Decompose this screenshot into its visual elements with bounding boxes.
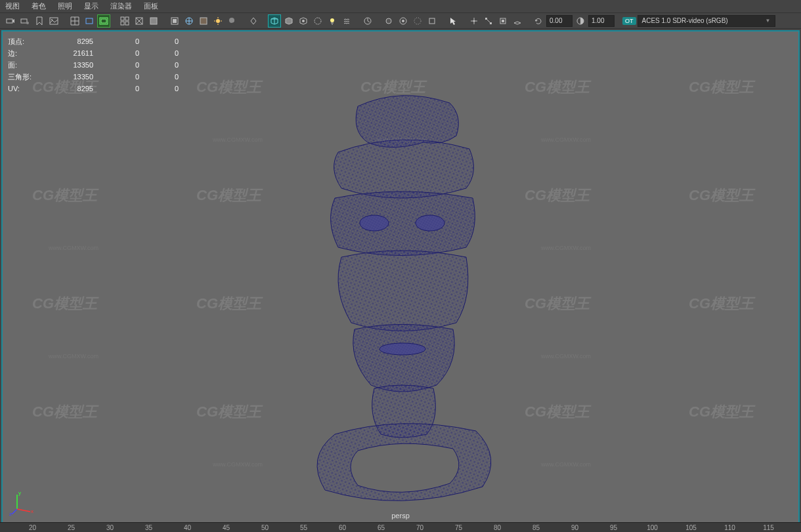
watermark-url: www.CGMXW.com (49, 245, 98, 251)
ssao-icon[interactable] (382, 14, 395, 28)
ruler-tick: 85 (517, 524, 555, 531)
smooth-shade-icon[interactable] (168, 14, 181, 28)
image-plane-icon[interactable] (47, 14, 60, 28)
svg-rect-8 (121, 17, 124, 20)
camera-lock-icon[interactable] (18, 14, 32, 28)
menu-panel[interactable]: 面板 (144, 1, 158, 11)
time-slider-ruler[interactable]: 20 25 30 35 40 45 50 55 60 65 70 75 80 8… (0, 522, 801, 532)
wireframe-on-shaded-icon[interactable] (183, 14, 196, 28)
view-axis-gizmo[interactable]: y x z (9, 489, 35, 516)
menu-display[interactable]: 显示 (84, 1, 98, 11)
refresh-icon[interactable] (532, 14, 545, 28)
watermark-url: www.CGMXW.com (49, 353, 98, 359)
xray-active-icon[interactable] (297, 14, 310, 28)
shaded-icon[interactable] (147, 14, 160, 28)
hud-poly-stats: 顶点: 8295 0 0 边: 21611 0 0 面: 13350 0 0 三… (8, 35, 179, 94)
textured-icon[interactable] (197, 14, 210, 28)
watermark-url: www.CGMXW.com (213, 136, 263, 143)
shadows-icon[interactable] (226, 14, 239, 28)
exposure-icon[interactable] (311, 14, 324, 28)
svg-rect-11 (125, 22, 129, 25)
ruler-tick: 30 (91, 524, 129, 531)
svg-point-25 (386, 18, 391, 24)
aa-icon[interactable] (425, 14, 439, 28)
ruler-tick: 50 (246, 524, 284, 531)
xray-joints-icon[interactable] (282, 14, 295, 28)
menu-shading[interactable]: 着色 (32, 1, 46, 11)
svg-point-21 (302, 20, 305, 22)
exposure-field[interactable]: 0.00 (546, 15, 573, 27)
motion-blur-icon[interactable] (361, 14, 374, 28)
watermark: CG模型王 (32, 402, 97, 422)
colorspace-dropdown[interactable]: ACES 1.0 SDR-video (sRGB) ▼ (638, 15, 775, 27)
cursor-arrow-icon[interactable] (446, 14, 460, 28)
camera-name-label: persp (391, 512, 410, 520)
svg-rect-5 (86, 18, 93, 24)
snap-plane-icon[interactable] (511, 14, 524, 28)
ruler-tick: 75 (439, 524, 478, 531)
watermark-url: www.CGMXW.com (213, 461, 263, 468)
watermark: CG模型王 (196, 186, 261, 205)
colorspace-label: ACES 1.0 SDR-video (sRGB) (642, 17, 728, 24)
svg-rect-34 (502, 20, 504, 22)
ruler-tick: 80 (478, 524, 517, 531)
wireframe-icon[interactable] (133, 14, 146, 28)
ruler-tick: 115 (749, 524, 788, 531)
snap-point-icon[interactable] (496, 14, 509, 28)
viewport-3d[interactable]: 顶点: 8295 0 0 边: 21611 0 0 面: 13350 0 0 三… (3, 31, 798, 522)
svg-point-18 (216, 19, 220, 23)
watermark: CG模型王 (196, 402, 261, 422)
light-icon[interactable] (326, 14, 339, 28)
gamma-icon[interactable] (574, 14, 587, 28)
snap-curve-icon[interactable] (482, 14, 495, 28)
watermark: CG模型王 (32, 294, 97, 314)
svg-rect-10 (121, 22, 124, 25)
hud-row-edges: 边: 21611 0 0 (8, 47, 179, 59)
watermark-url: www.CGMXW.com (541, 353, 591, 359)
ot-badge[interactable]: OT (622, 17, 636, 25)
svg-point-28 (414, 18, 421, 24)
ruler-tick: 60 (323, 524, 362, 531)
film-gate-icon[interactable] (83, 14, 96, 28)
menu-lighting[interactable]: 照明 (58, 1, 72, 11)
svg-text:x: x (31, 508, 33, 514)
ruler-tick: 55 (284, 524, 323, 531)
grid-toggle-icon[interactable] (68, 14, 81, 28)
menu-renderer[interactable]: 渲染器 (110, 1, 132, 11)
ruler-tick: 90 (555, 524, 594, 531)
svg-point-27 (402, 20, 404, 22)
svg-text:y: y (18, 490, 21, 496)
hud-row-uvs: UV: 8295 0 0 (8, 83, 179, 94)
watermark-url: www.CGMXW.com (541, 461, 591, 468)
ruler-tick: 20 (13, 524, 52, 531)
svg-rect-9 (125, 17, 129, 20)
select-mode-icon[interactable] (118, 14, 131, 28)
ruler-tick: 35 (129, 524, 168, 531)
fog-icon[interactable] (340, 14, 353, 28)
svg-rect-0 (7, 19, 12, 23)
watermark: CG模型王 (196, 294, 261, 314)
dof-icon[interactable] (411, 14, 424, 28)
gamma-field[interactable]: 1.00 (588, 15, 615, 27)
wireframe-model (259, 80, 542, 513)
svg-point-19 (229, 18, 234, 23)
ruler-tick: 70 (401, 524, 439, 531)
watermark: CG模型王 (689, 77, 754, 97)
svg-rect-15 (173, 19, 177, 23)
svg-line-40 (17, 509, 30, 512)
use-all-lights-icon[interactable] (211, 14, 225, 28)
ruler-tick: 95 (594, 524, 633, 531)
snap-grid-icon[interactable] (467, 14, 481, 28)
isolate-select-icon[interactable] (247, 14, 260, 28)
xray-icon[interactable] (268, 14, 281, 28)
viewport-panel: 顶点: 8295 0 0 边: 21611 0 0 面: 13350 0 0 三… (1, 30, 800, 523)
watermark: CG模型王 (196, 77, 261, 97)
bookmark-icon[interactable] (33, 14, 46, 28)
ruler-tick: 100 (633, 524, 672, 531)
resolution-gate-icon[interactable] (97, 14, 110, 28)
camera-select-icon[interactable] (4, 14, 17, 28)
menu-view[interactable]: 视图 (5, 1, 20, 11)
panel-menubar: 视图 着色 照明 显示 渲染器 面板 (0, 0, 801, 13)
hud-row-tris: 三角形: 13350 0 0 (8, 71, 179, 83)
msaa-icon[interactable] (397, 14, 410, 28)
